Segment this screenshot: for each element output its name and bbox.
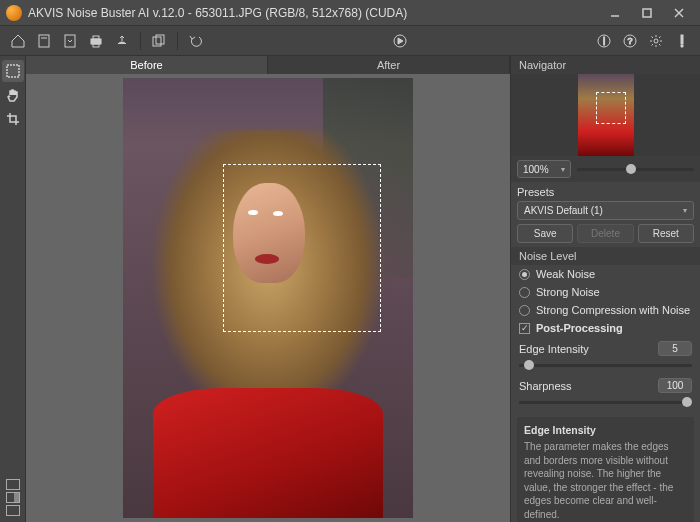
crop-tool[interactable] bbox=[2, 108, 24, 130]
help-body: The parameter makes the edges and border… bbox=[524, 441, 673, 520]
edge-intensity-label: Edge Intensity bbox=[519, 343, 589, 355]
noise-level-heading: Noise Level bbox=[511, 247, 700, 265]
svg-rect-8 bbox=[93, 36, 99, 39]
preset-reset-button[interactable]: Reset bbox=[638, 224, 694, 243]
svg-rect-9 bbox=[93, 44, 99, 47]
edge-intensity-slider[interactable] bbox=[519, 358, 692, 372]
presets-label: Presets bbox=[517, 186, 694, 198]
zoom-slider[interactable] bbox=[577, 162, 694, 176]
radio-strong-noise[interactable]: Strong Noise bbox=[511, 283, 700, 301]
help-box: Edge Intensity The parameter makes the e… bbox=[517, 417, 694, 522]
settings-button[interactable] bbox=[644, 29, 668, 53]
preview-area-tool[interactable] bbox=[2, 60, 24, 82]
svg-marker-13 bbox=[398, 38, 403, 44]
svg-rect-6 bbox=[65, 35, 75, 47]
hand-tool[interactable] bbox=[2, 84, 24, 106]
navigator-thumbnail-area[interactable] bbox=[511, 74, 700, 156]
layout-alt-icon[interactable] bbox=[6, 505, 20, 516]
sharpness-label: Sharpness bbox=[519, 380, 572, 392]
layout-single-icon[interactable] bbox=[6, 479, 20, 490]
layout-split-icon[interactable] bbox=[6, 492, 20, 503]
svg-point-20 bbox=[681, 44, 683, 46]
svg-rect-7 bbox=[91, 39, 101, 44]
svg-rect-11 bbox=[156, 35, 164, 44]
window-title: AKVIS Noise Buster AI v.12.0 - 653011.JP… bbox=[28, 6, 600, 20]
svg-text:i: i bbox=[603, 36, 605, 47]
right-panel: Navigator 100% Presets AKVIS Default (1)… bbox=[510, 56, 700, 522]
radio-weak-noise[interactable]: Weak Noise bbox=[511, 265, 700, 283]
titlebar: AKVIS Noise Buster AI v.12.0 - 653011.JP… bbox=[0, 0, 700, 26]
canvas-area: Before After bbox=[26, 56, 510, 522]
help-title: Edge Intensity bbox=[524, 423, 687, 437]
batch-button[interactable] bbox=[147, 29, 171, 53]
open-file-button[interactable] bbox=[32, 29, 56, 53]
help-button[interactable]: ? bbox=[618, 29, 642, 53]
left-toolbar bbox=[0, 56, 26, 522]
preset-select[interactable]: AKVIS Default (1) bbox=[517, 201, 694, 220]
main-toolbar: i ? bbox=[0, 26, 700, 56]
navigator-heading: Navigator bbox=[511, 56, 700, 74]
app-logo-icon bbox=[6, 5, 22, 21]
svg-rect-19 bbox=[681, 35, 683, 44]
svg-point-18 bbox=[654, 39, 658, 43]
svg-rect-1 bbox=[643, 9, 651, 17]
maximize-button[interactable] bbox=[632, 3, 662, 23]
preset-delete-button: Delete bbox=[577, 224, 633, 243]
share-button[interactable] bbox=[110, 29, 134, 53]
print-button[interactable] bbox=[84, 29, 108, 53]
zoom-select[interactable]: 100% bbox=[517, 160, 571, 178]
minimize-button[interactable] bbox=[600, 3, 630, 23]
edge-intensity-value[interactable]: 5 bbox=[658, 341, 692, 356]
check-post-processing[interactable]: Post-Processing bbox=[511, 319, 700, 337]
radio-compression-noise[interactable]: Strong Compression with Noise bbox=[511, 301, 700, 319]
svg-rect-4 bbox=[39, 35, 49, 47]
sharpness-value[interactable]: 100 bbox=[658, 378, 692, 393]
photo-preview bbox=[123, 78, 413, 518]
home-button[interactable] bbox=[6, 29, 30, 53]
sharpness-slider[interactable] bbox=[519, 395, 692, 409]
save-file-button[interactable] bbox=[58, 29, 82, 53]
preset-save-button[interactable]: Save bbox=[517, 224, 573, 243]
svg-rect-21 bbox=[7, 65, 19, 77]
image-canvas[interactable] bbox=[26, 74, 510, 522]
svg-rect-10 bbox=[153, 37, 161, 46]
close-button[interactable] bbox=[664, 3, 694, 23]
run-button[interactable] bbox=[388, 29, 412, 53]
svg-text:?: ? bbox=[627, 36, 632, 46]
undo-button[interactable] bbox=[184, 29, 208, 53]
tab-before[interactable]: Before bbox=[26, 56, 268, 74]
preview-selection[interactable] bbox=[223, 164, 381, 332]
notify-button[interactable] bbox=[670, 29, 694, 53]
tab-after[interactable]: After bbox=[268, 56, 510, 74]
info-button[interactable]: i bbox=[592, 29, 616, 53]
